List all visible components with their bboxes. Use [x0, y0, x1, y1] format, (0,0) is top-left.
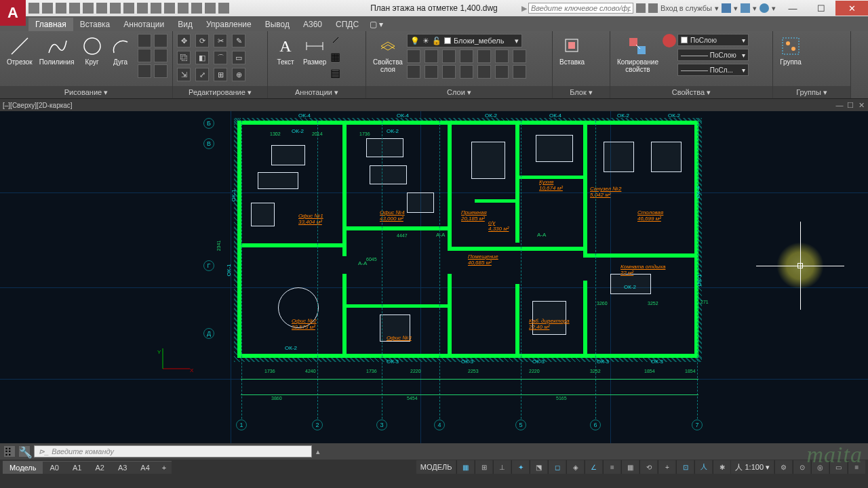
- mirror-icon[interactable]: ◧: [195, 51, 209, 64]
- cmd-handle-icon[interactable]: ⠿: [4, 446, 15, 457]
- lineweight-combo[interactable]: ———— ПоСлою▾: [677, 49, 749, 61]
- layer-tool-icon[interactable]: [442, 65, 456, 79]
- 3dosnap-toggle[interactable]: ◈: [566, 460, 584, 474]
- viewport-minimize-icon[interactable]: —: [835, 101, 844, 109]
- otrack-toggle[interactable]: ∠: [585, 460, 602, 474]
- viewport-maximize-icon[interactable]: ☐: [846, 101, 854, 109]
- panel-title[interactable]: Редактирование ▾: [173, 86, 267, 98]
- ortho-toggle[interactable]: ⊥: [493, 460, 511, 474]
- model-space-button[interactable]: МОДЕЛЬ: [416, 460, 456, 474]
- panel-title[interactable]: Слои ▾: [366, 86, 552, 98]
- ribbon-tab-annotate[interactable]: Аннотации: [117, 18, 171, 31]
- ribbon-tab-view[interactable]: Вид: [171, 18, 199, 31]
- layer-tool-icon[interactable]: [495, 49, 509, 63]
- layout-tab[interactable]: A3: [111, 461, 134, 474]
- fillet-icon[interactable]: ⌒: [214, 51, 227, 64]
- qat-undo-icon[interactable]: [96, 3, 107, 14]
- group-tool-icon[interactable]: [806, 64, 819, 77]
- ribbon-tab-a360[interactable]: A360: [296, 18, 329, 31]
- group-tool-icon[interactable]: [806, 49, 819, 62]
- qat-icon[interactable]: [205, 3, 216, 14]
- group-button[interactable]: Группа: [777, 34, 804, 67]
- layer-properties-button[interactable]: Свойстваслоя: [370, 34, 406, 75]
- customize-status-icon[interactable]: ≡: [848, 460, 865, 474]
- tool-icon[interactable]: ⊕: [232, 68, 245, 81]
- layout-tab[interactable]: A0: [43, 461, 65, 474]
- cmd-customize-icon[interactable]: 🔧: [19, 446, 30, 457]
- draw-tool-icon[interactable]: [154, 64, 167, 78]
- annot-icon[interactable]: ▤: [330, 66, 345, 81]
- cleanscreen-icon[interactable]: ▭: [829, 460, 847, 474]
- workspace-icon[interactable]: ⚙: [774, 460, 792, 474]
- panel-title[interactable]: Аннотации ▾: [268, 86, 366, 98]
- layer-tool-icon[interactable]: [442, 49, 456, 63]
- layout-tab[interactable]: A2: [88, 461, 111, 474]
- qat-redo-icon[interactable]: [110, 3, 121, 14]
- layer-tool-icon[interactable]: [477, 65, 491, 79]
- trim-icon[interactable]: ✂: [214, 34, 227, 47]
- cycling-toggle[interactable]: ⟲: [639, 460, 657, 474]
- scale-button[interactable]: 人1:100▾: [731, 460, 774, 474]
- prop-icon[interactable]: [663, 49, 676, 62]
- isoplane-toggle[interactable]: ⬔: [530, 460, 547, 474]
- copy-icon[interactable]: ⿻: [177, 51, 191, 64]
- signin-area[interactable]: Вход в службы ▾ ▾ ▾ ▾: [633, 3, 778, 13]
- annomonitor-toggle[interactable]: +: [658, 460, 675, 474]
- search-input[interactable]: [528, 3, 633, 14]
- dimension-button[interactable]: Размер: [300, 34, 329, 67]
- qat-icon[interactable]: [191, 3, 202, 14]
- draw-tool-icon[interactable]: [138, 34, 151, 47]
- cmd-recent-icon[interactable]: ▴: [316, 447, 320, 456]
- qat-saveas-icon[interactable]: [69, 3, 80, 14]
- hardware-accel-icon[interactable]: ⊙: [793, 460, 810, 474]
- transparency-toggle[interactable]: ▦: [621, 460, 639, 474]
- ribbon-tab-output[interactable]: Вывод: [258, 18, 296, 31]
- qat-icon[interactable]: [123, 3, 134, 14]
- panel-title[interactable]: Блок ▾: [553, 86, 610, 98]
- layer-tool-icon[interactable]: [460, 49, 473, 63]
- rotate-icon[interactable]: ⟳: [195, 34, 209, 47]
- qat-open-icon[interactable]: [42, 3, 53, 14]
- layer-tool-icon[interactable]: [425, 49, 438, 63]
- stretch-icon[interactable]: ⇲: [177, 68, 191, 81]
- tool-icon[interactable]: ▭: [232, 51, 245, 64]
- snap-toggle[interactable]: ⊞: [475, 460, 492, 474]
- block-tool-icon[interactable]: [589, 64, 602, 77]
- layer-tool-icon[interactable]: [495, 65, 509, 79]
- lineweight-toggle[interactable]: ≡: [603, 460, 620, 474]
- layout-tab[interactable]: A1: [66, 461, 88, 474]
- qat-icon[interactable]: [137, 3, 148, 14]
- ribbon-tab-manage[interactable]: Управление: [199, 18, 258, 31]
- layer-tool-icon[interactable]: [477, 49, 491, 63]
- qat-icon[interactable]: [164, 3, 175, 14]
- qat-dropdown-icon[interactable]: [218, 3, 229, 14]
- command-input[interactable]: ⊳_ Введите команду: [34, 445, 312, 458]
- arc-button[interactable]: Дуга: [107, 34, 134, 67]
- table-icon[interactable]: ▦: [330, 50, 345, 65]
- layer-combo[interactable]: 💡 ☀ 🔓 Блоки_мебель ▾: [407, 34, 522, 47]
- insert-block-button[interactable]: Вставка: [557, 34, 587, 67]
- color-combo[interactable]: ПоСлою▾: [677, 34, 749, 46]
- draw-tool-icon[interactable]: [154, 49, 167, 62]
- layer-tool-icon[interactable]: [425, 65, 438, 79]
- block-tool-icon[interactable]: [589, 34, 602, 47]
- ribbon-tab-spds[interactable]: СПДС: [329, 18, 366, 31]
- block-tool-icon[interactable]: [589, 49, 602, 62]
- cloud-icon[interactable]: [741, 3, 750, 13]
- tool-icon[interactable]: ✎: [232, 34, 245, 47]
- prop-icon[interactable]: [663, 64, 676, 77]
- layout-tab-model[interactable]: Модель: [3, 461, 43, 474]
- layout-tab[interactable]: A4: [134, 461, 156, 474]
- exchange-icon[interactable]: [722, 3, 731, 13]
- text-button[interactable]: AТекст: [272, 34, 299, 67]
- circle-button[interactable]: Круг: [79, 34, 106, 67]
- isolate-icon[interactable]: ◎: [811, 460, 829, 474]
- drawing-canvas[interactable]: Офис №133,404 м² Офис №232,573 м² Офис №…: [0, 111, 868, 443]
- add-layout-button[interactable]: +: [157, 461, 172, 474]
- draw-tool-icon[interactable]: [138, 64, 151, 78]
- polar-toggle[interactable]: ✦: [511, 460, 529, 474]
- qat-icon[interactable]: [151, 3, 161, 14]
- color-wheel-icon[interactable]: [663, 34, 676, 47]
- array-icon[interactable]: ⊞: [214, 68, 227, 81]
- ribbon-tab-home[interactable]: Главная: [28, 18, 73, 31]
